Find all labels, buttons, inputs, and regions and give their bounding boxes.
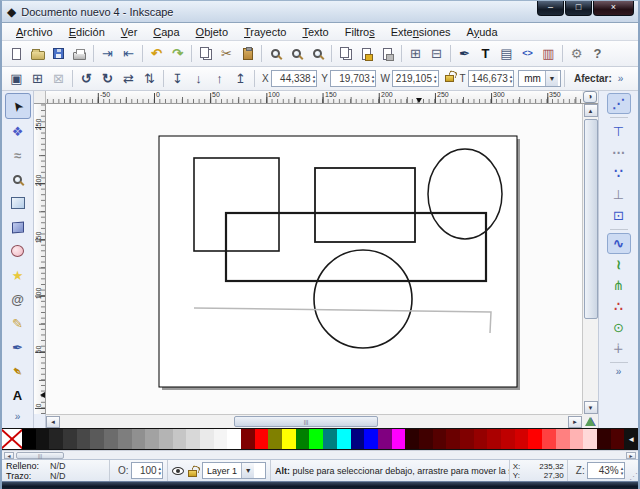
palette-swatch-000000[interactable] (22, 429, 36, 449)
menu-filtros[interactable]: Filtros (337, 25, 383, 39)
horizontal-scroll-thumb[interactable]: ||| (234, 416, 378, 427)
snapbar-overflow-chevron[interactable]: » (616, 366, 622, 377)
rotate-ccw-button[interactable]: ↺ (76, 68, 97, 89)
palette-scroll-right-arrow[interactable]: ► (626, 452, 636, 459)
select-all-layers-button[interactable]: ⊞ (27, 68, 48, 89)
palette-swatch-0000ff[interactable] (364, 429, 378, 449)
horizontal-ruler[interactable]: -50050100150200250300350 (46, 91, 582, 104)
zoom-field[interactable]: 43% ▴▾ (587, 462, 626, 479)
scroll-right-arrow[interactable]: ► (568, 416, 582, 428)
palette-swatch-ff0000[interactable] (528, 429, 542, 449)
h-field[interactable]: 146,673▴▾ (468, 70, 515, 87)
lower-button[interactable]: ↓ (188, 68, 209, 89)
scroll-down-arrow[interactable]: ▼ (584, 401, 598, 414)
palette-swatch-484848[interactable] (77, 429, 91, 449)
palette-swatch-6a0000[interactable] (446, 429, 460, 449)
menu-ayuda[interactable]: Ayuda (459, 25, 506, 39)
cut-button[interactable]: ✂ (216, 43, 237, 64)
zoom-selection-button[interactable] (265, 43, 286, 64)
gamut-triangle-icon[interactable] (585, 417, 595, 426)
palette-swatch-800000[interactable] (460, 429, 474, 449)
unit-selector[interactable]: mm▼ (518, 70, 561, 87)
vertical-scrollbar[interactable]: ▲ ▼ (582, 104, 598, 414)
layer-lock-icon[interactable] (188, 470, 197, 477)
palette-swatch-363636[interactable] (63, 429, 77, 449)
fill-stroke-indicator[interactable]: Relleno: N/D Trazo: N/D (2, 460, 110, 481)
new-document-button[interactable] (6, 43, 27, 64)
vertical-ruler[interactable]: 250200150100500 (34, 104, 46, 414)
palette-swatch-a2a2a2[interactable] (145, 429, 159, 449)
palette-swatch-2b0000[interactable] (405, 429, 419, 449)
palette-swatch-950000[interactable] (474, 429, 488, 449)
snap-bbox-centers-button[interactable]: ⊡ (607, 205, 631, 226)
palette-swatch-550000[interactable] (433, 429, 447, 449)
menu-archivo[interactable]: Archivo (8, 25, 61, 39)
palette-swatch-6c6c6c[interactable] (104, 429, 118, 449)
palette-swatch-bf0000[interactable] (501, 429, 515, 449)
toolbox-overflow-chevron[interactable]: » (15, 411, 21, 422)
tweak-tool[interactable]: ≈ (5, 143, 31, 167)
enable-snapping-button[interactable]: ⋰ (607, 93, 631, 114)
opacity-field[interactable]: 100 ▴▾ (131, 462, 164, 479)
scroll-left-arrow[interactable]: ◄ (46, 416, 60, 428)
preferences-button[interactable]: ⚙ (566, 43, 587, 64)
palette-swatch-000080[interactable] (351, 429, 365, 449)
raise-button[interactable]: ↑ (209, 68, 230, 89)
save-document-button[interactable] (48, 43, 69, 64)
minimize-button[interactable]: – (537, 1, 564, 16)
palette-swatch-4d0000[interactable] (611, 429, 625, 449)
y-spinner[interactable]: ▴▾ (372, 74, 375, 84)
menu-texto[interactable]: Texto (294, 25, 336, 39)
menu-capa[interactable]: Capa (145, 25, 187, 39)
zoom-drawing-button[interactable] (286, 43, 307, 64)
calligraphy-tool[interactable]: ✒ (5, 359, 31, 383)
palette-swatch-7e7e7e[interactable] (118, 429, 132, 449)
flip-vertical-button[interactable]: ⇅ (139, 68, 160, 89)
palette-swatch-f5f5f5[interactable] (214, 429, 228, 449)
box3d-tool[interactable] (5, 215, 31, 239)
snap-smooth-nodes-button[interactable]: ⊙ (607, 317, 631, 338)
palette-swatch-eaeaea[interactable] (200, 429, 214, 449)
palette-swatch-d8d8d8[interactable] (186, 429, 200, 449)
snap-bbox-corners-button[interactable]: ∵ (607, 163, 631, 184)
snap-midpoints-button[interactable]: ∔ (607, 338, 631, 359)
close-button[interactable]: × (593, 1, 634, 16)
palette-swatch-808000[interactable] (268, 429, 282, 449)
scroll-up-arrow[interactable]: ▲ (584, 104, 598, 117)
import-button[interactable]: ⇥ (97, 43, 118, 64)
palette-swatch-ff4040[interactable] (542, 429, 556, 449)
text-dialog-button[interactable]: T (475, 43, 496, 64)
layer-dropdown-arrow[interactable]: ▼ (241, 463, 254, 478)
palette-swatch-008000[interactable] (296, 429, 310, 449)
palette-swatch-b4b4b4[interactable] (159, 429, 173, 449)
snap-bounding-box-button[interactable]: ⊤ (607, 121, 631, 142)
resize-grip[interactable]: ⋰ (629, 473, 638, 481)
print-document-button[interactable] (69, 43, 90, 64)
redo-button[interactable]: ↷ (167, 43, 188, 64)
lock-ratio-icon[interactable] (445, 75, 454, 82)
restore-button[interactable]: □ (565, 1, 592, 16)
paste-button[interactable] (237, 43, 258, 64)
fill-stroke-dialog-button[interactable]: ✒ (454, 43, 475, 64)
vertical-scroll-thumb[interactable] (584, 119, 598, 319)
zoom-page-button[interactable] (307, 43, 328, 64)
palette-swatch-121212[interactable] (36, 429, 50, 449)
create-clone-button[interactable] (356, 43, 377, 64)
node-tool[interactable]: ❖ (5, 119, 31, 143)
menu-objeto[interactable]: Objeto (188, 25, 236, 39)
snap-cusp-nodes-button[interactable]: ∴ (607, 296, 631, 317)
palette-swatch-242424[interactable] (49, 429, 63, 449)
palette-swatch-300000[interactable] (597, 429, 611, 449)
palette-swatch-00ffff[interactable] (337, 429, 351, 449)
undo-button[interactable]: ↶ (146, 43, 167, 64)
xml-editor-button[interactable]: <> (517, 43, 538, 64)
canvas-svg[interactable] (46, 104, 582, 414)
palette-swatch-400000[interactable] (419, 429, 433, 449)
rotate-cw-button[interactable]: ↻ (97, 68, 118, 89)
copy-button[interactable] (195, 43, 216, 64)
help-button[interactable]: ? (587, 43, 608, 64)
palette-swatch-5a5a5a[interactable] (90, 429, 104, 449)
snap-path-intersections-button[interactable]: ⋔ (607, 275, 631, 296)
selector-tool[interactable]: ➤ (5, 93, 31, 119)
palette-scrollbar[interactable]: ◄ ||| ► (2, 450, 638, 459)
